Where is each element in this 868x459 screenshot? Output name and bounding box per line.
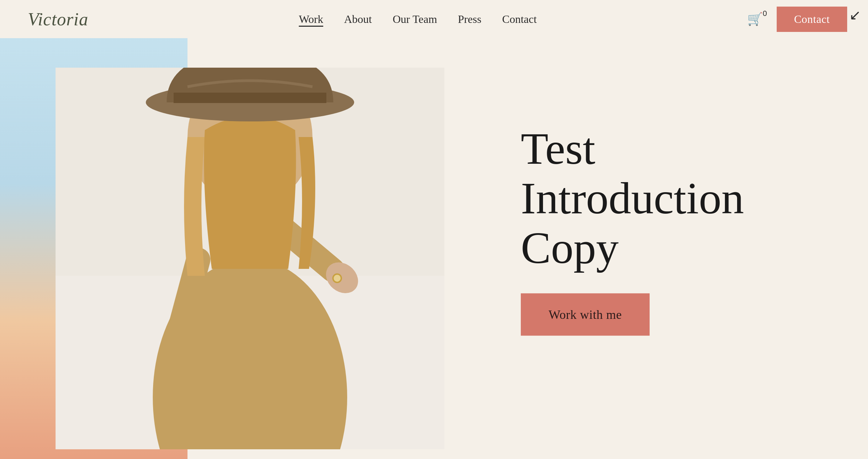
nav-right: 🛒 0 Contact bbox=[747, 7, 847, 32]
collapse-icon[interactable]: ↙ bbox=[849, 7, 861, 23]
main-nav: Work About Our Team Press Contact bbox=[299, 13, 537, 26]
header: Victoria Work About Our Team Press Conta… bbox=[0, 0, 868, 38]
nav-item-press[interactable]: Press bbox=[458, 13, 482, 26]
hero-title-line3: Copy bbox=[521, 222, 619, 272]
nav-item-contact[interactable]: Contact bbox=[502, 13, 537, 26]
cart-badge: 0 bbox=[763, 9, 767, 18]
hero-title-line1: Test bbox=[521, 123, 595, 173]
hero-title-line2: Introduction bbox=[521, 173, 744, 223]
cart-button[interactable]: 🛒 0 bbox=[747, 12, 763, 26]
cart-icon: 🛒 bbox=[747, 12, 763, 26]
nav-item-our-team[interactable]: Our Team bbox=[393, 13, 437, 26]
contact-button[interactable]: Contact bbox=[777, 7, 847, 32]
nav-item-work[interactable]: Work bbox=[299, 13, 323, 26]
svg-rect-4 bbox=[201, 276, 299, 449]
hero-title: Test Introduction Copy bbox=[521, 124, 764, 272]
nav-item-about[interactable]: About bbox=[344, 13, 372, 26]
hero-image bbox=[56, 68, 444, 449]
hero-content: Test Introduction Copy Work with me bbox=[521, 124, 764, 335]
site-logo[interactable]: Victoria bbox=[28, 9, 89, 29]
work-with-me-button[interactable]: Work with me bbox=[521, 293, 650, 335]
svg-rect-12 bbox=[174, 93, 326, 103]
